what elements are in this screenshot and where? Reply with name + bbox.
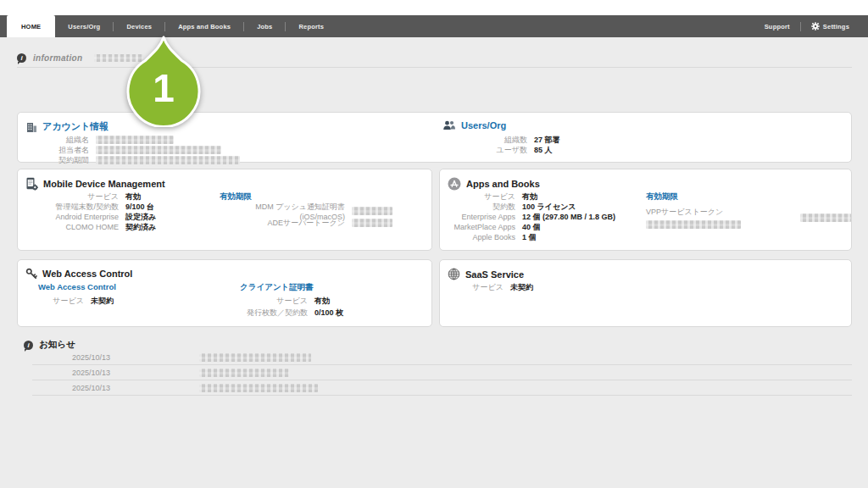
- redacted-value: [96, 156, 240, 164]
- notice-date: 2025/10/13: [72, 353, 116, 362]
- notice-item[interactable]: 2025/10/13: [32, 380, 852, 396]
- top-navbar: HOME Users/Org Devices Apps and Books Jo…: [0, 15, 868, 37]
- wac-card-title: Web Access Control: [42, 269, 132, 279]
- row-label: ADEサーバートークン: [220, 218, 345, 229]
- row-label: CLOMO HOME: [25, 223, 119, 231]
- apps-rows: サービス 有効 契約数 100 ライセンス Enterprise Apps 12…: [448, 191, 615, 242]
- redacted-notice-text: [199, 353, 311, 362]
- tab-home[interactable]: HOME: [7, 15, 55, 37]
- cert-row: 発行枚数／契約数 0/100 枚: [240, 308, 343, 318]
- account-row: 契約期間: [25, 155, 240, 165]
- row-label: Android Enterprise: [25, 213, 119, 221]
- row-label: 契約期間: [25, 155, 89, 166]
- notices-title: お知らせ: [39, 339, 75, 351]
- users-org-row: ユーザ数 85 人: [442, 145, 560, 155]
- apps-row: Enterprise Apps 12 個 (297.80 MB / 1.8 GB…: [448, 212, 615, 222]
- tab-devices[interactable]: Devices: [114, 15, 164, 37]
- support-link[interactable]: Support: [754, 23, 800, 30]
- redacted-value: [646, 220, 741, 229]
- mdm-expiry-section: 有効期限 MDM プッシュ通知証明書 (iOS/macOS) ADEサーバートー…: [220, 191, 392, 228]
- step-1-marker: 1: [123, 36, 204, 127]
- mdm-row: サービス 有効: [25, 191, 156, 202]
- apps-and-books-card: Apps and Books サービス 有効 契約数 100 ライセンス Ent…: [439, 169, 852, 251]
- notice-date: 2025/10/13: [72, 369, 116, 377]
- notice-date: 2025/10/13: [72, 384, 116, 392]
- globe-icon: [448, 268, 460, 280]
- users-org-rows: 組織数 27 部署 ユーザ数 85 人: [442, 135, 560, 155]
- saas-service-card: SaaS Service サービス 未契約: [439, 259, 852, 327]
- apps-row: サービス 有効: [448, 191, 615, 202]
- marker-number: 1: [153, 66, 175, 110]
- tab-apps-and-books[interactable]: Apps and Books: [165, 15, 243, 37]
- web-access-control-card: Web Access Control Web Access Control サー…: [17, 259, 432, 327]
- building-icon: [25, 121, 37, 133]
- client-cert-section: クライアント証明書 サービス 有効 発行枚数／契約数 0/100 枚: [240, 282, 343, 318]
- account-card-header: アカウント情報: [25, 120, 108, 133]
- row-value: 未契約: [510, 282, 533, 293]
- mdm-expiry-row: ADEサーバートークン: [220, 218, 392, 228]
- row-value: 契約済み: [125, 222, 156, 233]
- tab-reports[interactable]: Reports: [286, 15, 337, 37]
- redacted-notice-text: [199, 384, 318, 392]
- users-org-title: Users/Org: [461, 120, 506, 130]
- vpp-token-label: VPPサービストークン: [646, 207, 741, 218]
- apps-expiry-section: 有効期限 VPPサービストークン: [646, 191, 741, 229]
- information-label: information: [33, 53, 82, 63]
- settings-button[interactable]: Settings: [801, 22, 860, 30]
- mdm-row: 管理端末数/契約数 9/100 台: [25, 202, 156, 212]
- app-store-icon: [448, 177, 461, 191]
- client-cert-title: クライアント証明書: [240, 282, 343, 293]
- mdm-expiry-row: MDM プッシュ通知証明書 (iOS/macOS): [220, 206, 392, 216]
- mdm-card-title: Mobile Device Management: [43, 179, 165, 189]
- row-label: サービス: [38, 296, 84, 307]
- notice-item[interactable]: 2025/10/13: [32, 350, 852, 365]
- account-rows: 組織名 担当者名 契約期間: [25, 135, 240, 165]
- apps-card-title: Apps and Books: [466, 179, 540, 189]
- users-icon: [442, 120, 456, 130]
- mdm-row: Android Enterprise 設定済み: [25, 212, 156, 222]
- account-row: 組織名: [25, 135, 240, 145]
- tab-users-org[interactable]: Users/Org: [55, 15, 113, 37]
- users-org-header: Users/Org: [442, 120, 506, 130]
- apps-card-header: Apps and Books: [448, 177, 540, 191]
- row-label: Apple Books: [448, 233, 515, 241]
- settings-label: Settings: [823, 23, 849, 30]
- mdm-row: CLOMO HOME 契約済み: [25, 222, 156, 232]
- row-value: 有効: [314, 296, 330, 307]
- nav-tabs: HOME Users/Org Devices Apps and Books Jo…: [0, 15, 337, 37]
- notice-bubble-icon: i: [24, 341, 33, 350]
- saas-card-header: SaaS Service: [448, 268, 524, 280]
- mdm-card: Mobile Device Management サービス 有効 管理端末数/契…: [17, 169, 432, 251]
- row-label: MarketPlace Apps: [448, 223, 515, 231]
- row-label: 発行枚数／契約数: [240, 308, 308, 319]
- saas-row: サービス 未契約: [448, 282, 533, 292]
- info-bubble-icon: i: [17, 53, 26, 63]
- gear-icon: [811, 22, 820, 30]
- saas-rows: サービス 未契約: [448, 282, 533, 292]
- mdm-card-header: Mobile Device Management: [25, 177, 165, 191]
- row-label: サービス: [240, 296, 308, 307]
- nav-right: Support Settings: [754, 15, 868, 37]
- notice-item[interactable]: 2025/10/13: [32, 365, 852, 380]
- wac-left-title: Web Access Control: [38, 282, 116, 291]
- mdm-rows: サービス 有効 管理端末数/契約数 9/100 台 Android Enterp…: [25, 191, 156, 232]
- users-org-row: 組織数 27 部署: [442, 135, 560, 145]
- apps-expiry-title: 有効期限: [646, 191, 741, 202]
- row-label: ユーザ数: [442, 145, 527, 156]
- row-value: 0/100 枚: [314, 308, 343, 319]
- wac-left-section: Web Access Control サービス 未契約: [38, 282, 116, 306]
- saas-card-title: SaaS Service: [465, 269, 524, 280]
- account-card-title: アカウント情報: [42, 120, 108, 133]
- row-value: 1 個: [522, 232, 537, 243]
- row-value: 85 人: [534, 145, 553, 156]
- wac-row: サービス 未契約: [38, 296, 116, 306]
- redacted-notice-text: [199, 369, 289, 377]
- apps-row: MarketPlace Apps 40 個: [448, 222, 615, 232]
- apps-row: 契約数 100 ライセンス: [448, 202, 615, 212]
- row-label: 管理端末数/契約数: [25, 202, 119, 213]
- tab-jobs[interactable]: Jobs: [244, 15, 285, 37]
- row-label: 契約数: [448, 202, 515, 213]
- cert-row: サービス 有効: [240, 296, 343, 306]
- row-label: Enterprise Apps: [448, 213, 515, 221]
- row-value: 未契約: [91, 296, 114, 307]
